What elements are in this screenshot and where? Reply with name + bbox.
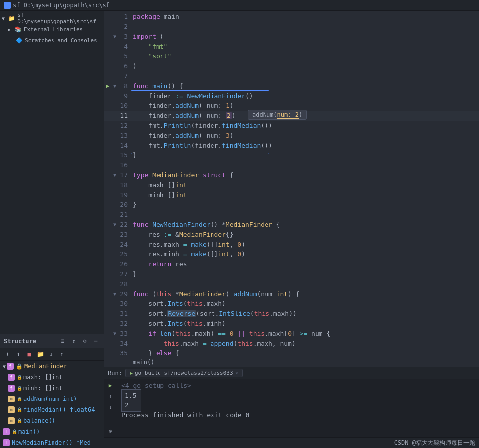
code-line-24: res.maxh = make([]int, 0) <box>129 240 479 249</box>
structure-settings-icon[interactable]: ⚙ <box>81 337 89 345</box>
sidebar: ▼ 📁 sf D:\mysetup\gopath\src\sf ▶ 📚 Exte… <box>0 11 104 448</box>
struct-btn-3[interactable]: 📁 <box>36 350 45 359</box>
code-line-9: finder := NewMedianFinder() <box>129 91 479 101</box>
folder-icon: 📁 <box>8 15 15 22</box>
code-line-2 <box>129 22 479 32</box>
sidebar-item-external[interactable]: ▶ 📚 External Libraries <box>0 24 104 35</box>
structure-header: Structure ≡ ↕ ⚙ — <box>0 334 104 348</box>
sidebar-item-label: sf D:\mysetup\gopath\src\sf <box>17 12 100 25</box>
terminal-run-btn[interactable]: ▶ <box>106 381 115 390</box>
code-status-label: main() <box>133 359 154 366</box>
code-content[interactable]: addNum(num: 2) package main import ( "fm… <box>129 11 479 367</box>
code-line-15: } <box>129 150 479 160</box>
terminal-output-2: 2 <box>121 400 475 410</box>
terminal-finish-msg: Process finished with exit code 0 <box>121 410 249 420</box>
app-icon <box>4 2 11 9</box>
run-bar: Run: ▶ go build sf/newclass2/class033 × <box>104 367 479 379</box>
code-line-17: type MedianFinder struct { <box>129 170 479 180</box>
lib-icon: 📚 <box>15 26 22 33</box>
code-status-bar: main() <box>129 357 479 367</box>
terminal-content: <4 go setup calls> 1.5 2 Process finishe… <box>117 379 479 422</box>
structure-panel: Structure ≡ ↕ ⚙ — ⬇ ⬆ ■ 📁 ↓ ↑ ▼ <box>0 334 104 448</box>
code-area: 1 2 ▼3 4 5 6 7 ▶▼8 9 10 11 12 13 14 15 1… <box>104 11 479 448</box>
top-bar: sf D:\mysetup\gopath\src\sf <box>0 0 479 11</box>
struct-btn-1[interactable]: ⬇ <box>3 350 12 359</box>
code-line-32: sort.Ints(this.minh) <box>129 319 479 329</box>
run-tab[interactable]: ▶ go build sf/newclass2/class033 × <box>125 369 243 377</box>
terminal-area: ▶ ↑ ↓ ≡ ⊗ <4 go setup calls> 1.5 <box>104 379 479 437</box>
terminal-up-btn[interactable]: ↑ <box>106 392 115 400</box>
struct-btn-4[interactable]: ↓ <box>47 350 55 359</box>
structure-close-icon[interactable]: — <box>92 337 100 345</box>
structure-filter-icon[interactable]: ↕ <box>70 337 78 345</box>
code-line-33: if len(this.maxh) == 0 || this.maxh[0] >… <box>129 329 479 339</box>
structure-header-icons: ≡ ↕ ⚙ — <box>59 337 100 345</box>
run-tab-label: go build sf/newclass2/class033 <box>135 370 233 376</box>
code-line-3: import ( <box>129 32 479 42</box>
code-line-22: func NewMedianFinder() *MedianFinder { <box>129 220 479 230</box>
code-line-18: maxh []int <box>129 180 479 190</box>
code-line-4: "fmt" <box>129 42 479 51</box>
param-hint-popup: addNum(num: 2) <box>248 110 307 120</box>
run-icon: ▶ <box>130 370 133 376</box>
code-line-14: fmt.Println(finder.findMedian()) <box>129 141 479 150</box>
struct-item-balance[interactable]: m 🔒 balance() <box>0 415 104 426</box>
structure-sort-icon[interactable]: ≡ <box>59 337 67 345</box>
struct-item-addnum[interactable]: m 🔒 addNum(num int) <box>0 394 104 404</box>
terminal-with-tools: ▶ ↑ ↓ ≡ ⊗ <4 go setup calls> 1.5 <box>104 379 479 437</box>
struct-item-findmedian[interactable]: m 🔒 findMedian() float64 <box>0 404 104 415</box>
console-icon: 🔷 <box>16 37 23 44</box>
code-line-6: ) <box>129 61 479 71</box>
code-line-21 <box>129 210 479 220</box>
struct-btn-stop[interactable]: ■ <box>25 350 34 359</box>
arrow-icon: ▼ <box>2 16 7 21</box>
terminal-setup-line: <4 go setup calls> <box>121 381 475 391</box>
terminal-output-1: 1.5 <box>121 391 475 400</box>
code-line-13: finder.addNum( num: 3) <box>129 131 479 141</box>
code-line-8: func main() { <box>129 81 479 91</box>
struct-item-newmedianfinder[interactable]: f NewMedianFinder() *Med <box>0 437 104 448</box>
sidebar-item-label: Scratches and Consoles <box>25 37 97 44</box>
top-bar-path: sf D:\mysetup\gopath\src\sf <box>13 2 109 9</box>
terminal-down-btn[interactable]: ↓ <box>106 402 115 411</box>
code-line-31: sort.Reverse(sort.IntSlice(this.maxh)) <box>129 309 479 319</box>
code-editor[interactable]: 1 2 ▼3 4 5 6 7 ▶▼8 9 10 11 12 13 14 15 1… <box>104 11 479 367</box>
code-line-5: "sort" <box>129 51 479 61</box>
struct-item-main[interactable]: f 🔒 main() <box>0 426 104 437</box>
terminal-wrap-btn[interactable]: ≡ <box>106 415 115 424</box>
code-line-27: } <box>129 269 479 279</box>
structure-title: Structure <box>4 338 59 345</box>
run-close-btn[interactable]: × <box>235 370 238 376</box>
main-content: ▼ 📁 sf D:\mysetup\gopath\src\sf ▶ 📚 Exte… <box>0 11 479 448</box>
run-label: Run: <box>108 370 122 377</box>
terminal-tools: ▶ ↑ ↓ ≡ ⊗ <box>104 379 117 437</box>
struct-item-maxh[interactable]: f 🔒 maxh: []int <box>0 372 104 383</box>
code-line-10: finder.addNum( num: 1) <box>129 101 479 111</box>
code-line-26: return res <box>129 259 479 269</box>
code-line-16 <box>129 160 479 170</box>
terminal-main: <4 go setup calls> 1.5 2 Process finishe… <box>117 379 479 437</box>
sidebar-item-scratches[interactable]: 🔷 Scratches and Consoles <box>0 35 104 46</box>
code-line-19: minh []int <box>129 190 479 200</box>
sidebar-item-label: External Libraries <box>24 26 83 33</box>
footer-bar: CSDN @福大大架构师每日一题 <box>104 437 479 448</box>
code-line-12: fmt.Println(finder.findMedian()) <box>129 121 479 131</box>
code-line-29: func (this *MedianFinder) addNum(num int… <box>129 289 479 299</box>
struct-item-medianfinder[interactable]: ▼ f 🔒 MedianFinder <box>0 361 104 372</box>
code-line-30: sort.Ints(this.maxh) <box>129 299 479 309</box>
sidebar-item-sf[interactable]: ▼ 📁 sf D:\mysetup\gopath\src\sf <box>0 13 104 24</box>
struct-btn-5[interactable]: ↑ <box>57 350 66 359</box>
code-line-28 <box>129 279 479 289</box>
arrow-icon: ▶ <box>8 27 14 32</box>
terminal-clear-btn[interactable]: ⊗ <box>106 426 115 435</box>
structure-toolbar: ⬇ ⬆ ■ 📁 ↓ ↑ <box>0 348 104 361</box>
line-gutter: 1 2 ▼3 4 5 6 7 ▶▼8 9 10 11 12 13 14 15 1… <box>104 11 129 367</box>
code-line-7 <box>129 71 479 81</box>
code-line-25: res.minh = make([]int, 0) <box>129 249 479 259</box>
footer-watermark: CSDN @福大大架构师每日一题 <box>394 439 475 447</box>
struct-item-minh[interactable]: f 🔒 minh: []int <box>0 383 104 394</box>
terminal-finish-line: Process finished with exit code 0 <box>121 410 475 420</box>
code-line-1: package main <box>129 12 479 22</box>
struct-btn-2[interactable]: ⬆ <box>14 350 23 359</box>
sidebar-tree: ▼ 📁 sf D:\mysetup\gopath\src\sf ▶ 📚 Exte… <box>0 11 104 334</box>
